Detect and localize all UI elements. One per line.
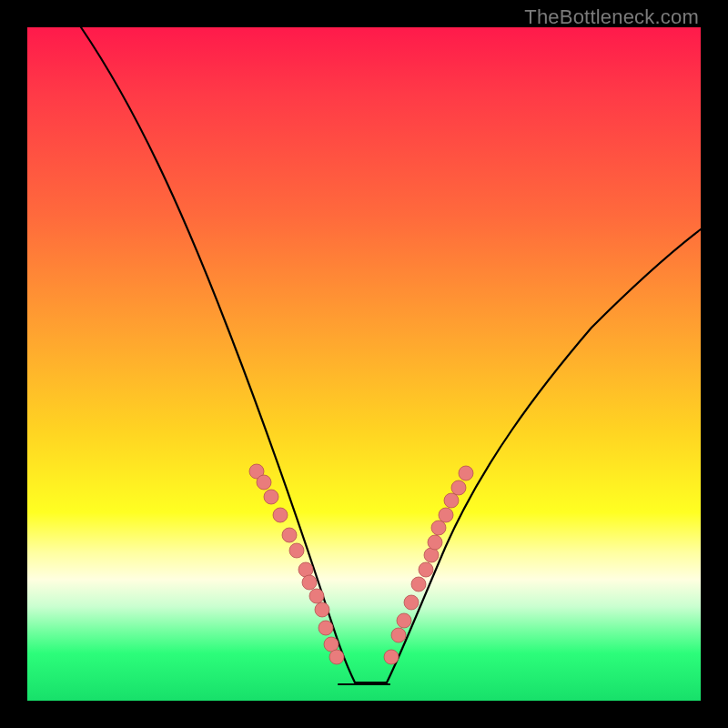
marker-dot: [309, 589, 324, 603]
marker-dot: [411, 577, 426, 592]
marker-dot: [302, 575, 317, 590]
marker-dot: [404, 595, 419, 610]
marker-dot: [298, 562, 313, 577]
marker-dot: [431, 521, 446, 535]
marker-dot: [315, 602, 329, 617]
marker-dot: [439, 508, 453, 522]
marker-dot: [419, 562, 433, 577]
bottleneck-curve: [27, 27, 701, 701]
watermark-text: TheBottleneck.com: [524, 5, 699, 29]
plot-area: [27, 27, 701, 701]
marker-dot: [391, 628, 406, 642]
marker-dot: [384, 650, 399, 664]
marker-dot: [264, 490, 278, 504]
marker-dot: [257, 475, 271, 490]
marker-dot: [318, 621, 333, 635]
marker-dot: [444, 493, 459, 508]
marker-dot: [397, 613, 411, 628]
marker-dot: [273, 508, 288, 522]
marker-dot: [424, 548, 439, 562]
marker-dot: [324, 637, 339, 652]
marker-dot: [451, 480, 466, 495]
marker-dot: [459, 466, 473, 480]
marker-dot: [329, 650, 344, 664]
marker-dot: [289, 543, 304, 558]
marker-dot: [282, 528, 297, 542]
chart-frame: TheBottleneck.com: [0, 0, 728, 728]
marker-dot: [428, 535, 442, 550]
curve-path: [81, 27, 701, 682]
